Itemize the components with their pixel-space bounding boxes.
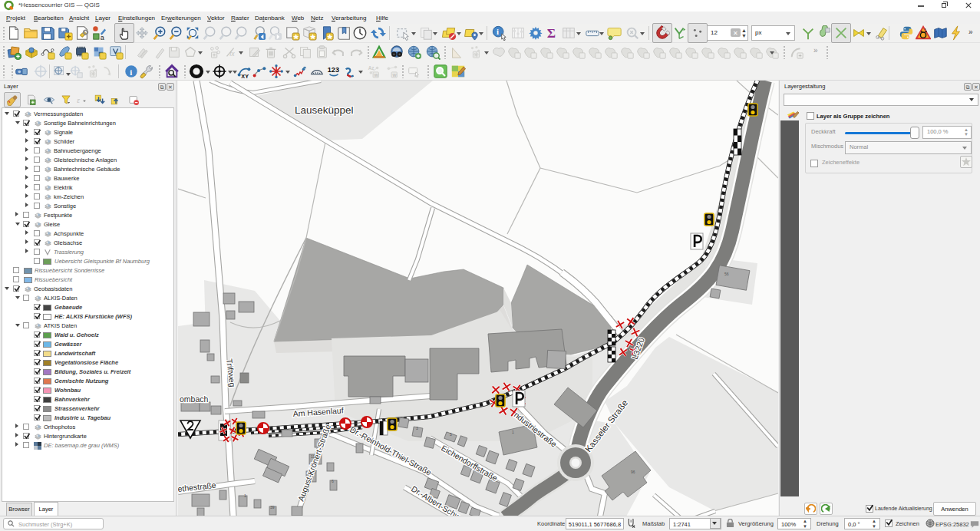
- svg-text:6: 6: [332, 479, 334, 483]
- svg-text:W: W: [374, 73, 378, 78]
- svg-text:11: 11: [311, 454, 315, 459]
- svg-text:fx: fx: [229, 51, 235, 58]
- svg-text:3: 3: [416, 426, 418, 430]
- svg-text:96: 96: [631, 470, 635, 474]
- svg-text:Σ: Σ: [547, 26, 556, 41]
- svg-text:123: 123: [328, 66, 339, 74]
- svg-text:i: i: [497, 27, 499, 36]
- svg-text:Lauseküppel: Lauseküppel: [295, 104, 354, 116]
- svg-text:56: 56: [724, 272, 729, 276]
- svg-text:Az: Az: [368, 65, 375, 71]
- svg-text:W: W: [392, 73, 397, 78]
- svg-text:XY: XY: [241, 73, 249, 79]
- svg-text:7: 7: [315, 470, 317, 474]
- svg-text:ε: ε: [77, 97, 80, 104]
- svg-text:a: a: [101, 34, 105, 41]
- svg-text:5: 5: [450, 432, 452, 437]
- svg-text:i: i: [130, 68, 132, 77]
- svg-text:1: 1: [512, 430, 514, 434]
- svg-text:ombach: ombach: [180, 394, 209, 404]
- svg-text:39: 39: [270, 505, 275, 510]
- svg-text:1: 1: [244, 493, 246, 498]
